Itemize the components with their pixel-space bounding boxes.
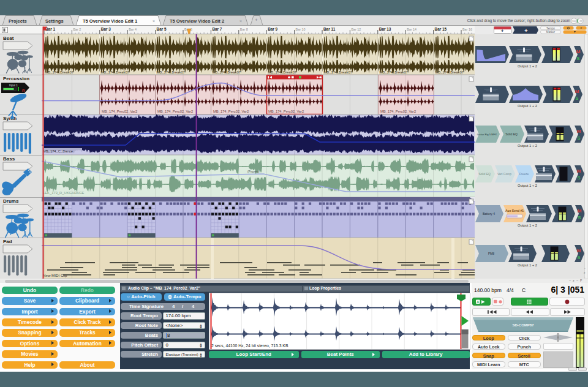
- svg-text:Bar 9: Bar 9: [268, 27, 277, 31]
- svg-text:MB_174_Break07: MB_174_Break07: [380, 70, 408, 74]
- svg-text:(Frozen): (Frozen): [247, 170, 260, 173]
- svg-text:MB_174_Perc02_Var2: MB_174_Perc02_Var2: [380, 110, 416, 113]
- svg-text:2 secs, 44100 Hz, 24 bit stere: 2 secs, 44100 Hz, 24 bit stereo, 715.3 K…: [211, 344, 288, 348]
- svg-text:Bar 15: Bar 15: [435, 27, 447, 31]
- svg-text:Freeze: Freeze: [519, 172, 529, 176]
- svg-text:Bar 2: Bar 2: [73, 28, 81, 31]
- svg-text:MB_174_Break07: MB_174_Break07: [324, 70, 352, 74]
- svg-text:100: 100: [572, 20, 576, 22]
- svg-text:Bar 8: Bar 8: [240, 28, 248, 31]
- svg-text:Output 1 + 2: Output 1 + 2: [518, 224, 537, 227]
- svg-text:Output 1 + 2: Output 1 + 2: [518, 144, 537, 148]
- svg-text:MB_174_C_Dance: MB_174_C_Dance: [43, 149, 73, 153]
- svg-text:S: S: [577, 135, 581, 141]
- svg-text:M: M: [576, 49, 581, 54]
- svg-text:S: S: [577, 175, 581, 181]
- svg-text:SD-COMP87: SD-COMP87: [512, 323, 534, 327]
- svg-text:MB_174_Break07: MB_174_Break07: [157, 70, 185, 74]
- svg-text:S: S: [578, 215, 581, 220]
- svg-text:Solid EQ: Solid EQ: [505, 132, 518, 136]
- svg-text:MB_174_Break07: MB_174_Break07: [101, 70, 129, 74]
- svg-text:Aux Send #1: Aux Send #1: [505, 209, 524, 212]
- svg-text:A: A: [477, 300, 479, 304]
- svg-text:M: M: [577, 168, 581, 174]
- svg-text:Bar 14: Bar 14: [407, 28, 417, 31]
- svg-text:S: S: [576, 56, 580, 61]
- svg-text:MB_174_Break07: MB_174_Break07: [435, 70, 464, 74]
- svg-text:M: M: [577, 129, 581, 134]
- svg-text:Bar 11: Bar 11: [323, 27, 336, 31]
- svg-text:Guitar Rig 5 MFX: Guitar Rig 5 MFX: [477, 133, 497, 136]
- svg-text:Input 1: Input 1: [9, 84, 18, 87]
- svg-text:+: +: [524, 28, 527, 34]
- svg-text:Bar 12: Bar 12: [351, 28, 361, 31]
- svg-text:M: M: [575, 89, 579, 94]
- svg-text:MB_174_Perc02_Var2: MB_174_Perc02_Var2: [102, 110, 137, 113]
- svg-text:Bar 7: Bar 7: [212, 27, 222, 31]
- svg-text:Bar 13: Bar 13: [379, 27, 391, 31]
- svg-text:MB_174_Break07: MB_174_Break07: [213, 70, 241, 74]
- svg-text:FM8: FM8: [488, 252, 494, 255]
- svg-text:Output 1 + 2: Output 1 + 2: [518, 263, 537, 267]
- svg-text:Vari Comp: Vari Comp: [497, 172, 511, 176]
- svg-text:MB_174_Break07: MB_174_Break07: [45, 70, 74, 74]
- svg-text:S: S: [575, 96, 579, 101]
- svg-text:R: R: [22, 89, 25, 92]
- svg-text:Solid EQ: Solid EQ: [478, 172, 491, 176]
- svg-text:M: M: [578, 208, 582, 214]
- svg-text:MB_174_Perc02_Var2: MB_174_Perc02_Var2: [213, 110, 249, 113]
- svg-text:Marker: Marker: [546, 31, 556, 34]
- svg-text:Tempo: Tempo: [546, 27, 555, 30]
- svg-text:Bar 10: Bar 10: [296, 28, 306, 31]
- svg-text:Bar 5: Bar 5: [157, 27, 167, 31]
- svg-text:22: 22: [580, 20, 582, 22]
- svg-text:Output 1 + 2: Output 1 + 2: [518, 184, 537, 187]
- svg-text:Output 1 + 2: Output 1 + 2: [518, 64, 537, 68]
- svg-text:MB_174_Perc02_Var2: MB_174_Perc02_Var2: [268, 110, 304, 113]
- svg-text:Bar 3: Bar 3: [101, 27, 111, 31]
- svg-text:+: +: [501, 28, 504, 34]
- svg-text:New MIDI Clip: New MIDI Clip: [43, 273, 67, 277]
- svg-text:Bar 4: Bar 4: [129, 28, 137, 31]
- svg-text:Battery 4: Battery 4: [483, 212, 495, 216]
- svg-text:Bar 16: Bar 16: [462, 28, 472, 31]
- svg-text:MB_174_Break07: MB_174_Break07: [268, 70, 296, 74]
- svg-text:S: S: [577, 255, 581, 260]
- svg-text:M: M: [577, 248, 581, 254]
- svg-text:LEK_173_D_UKGARAGE: LEK_173_D_UKGARAGE: [43, 191, 84, 195]
- svg-text:MB_174_Perc02_Var2: MB_174_Perc02_Var2: [157, 110, 193, 113]
- svg-text:Output 1 + 2: Output 1 + 2: [518, 104, 537, 108]
